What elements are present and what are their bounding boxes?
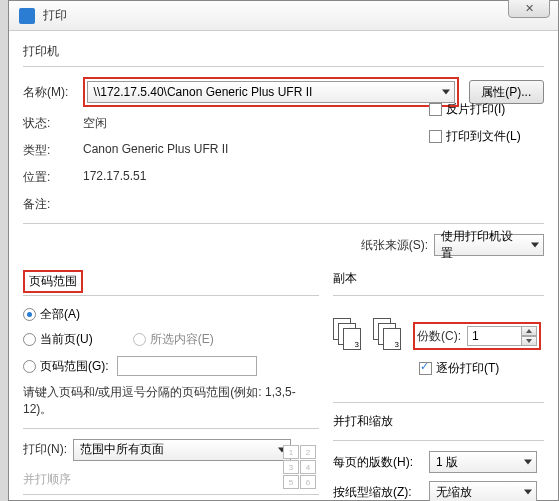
range-pages-label: 页码范围(G): — [40, 358, 109, 375]
highlight-box-range: 页码范围 — [23, 270, 83, 293]
scale-select[interactable]: 无缩放 — [429, 481, 537, 501]
collate-row[interactable]: 逐份打印(T) — [419, 360, 544, 377]
range-all-label: 全部(A) — [40, 306, 80, 323]
divider — [333, 295, 544, 296]
collate-icon: 1 2 3 — [333, 318, 363, 354]
divider — [333, 440, 544, 441]
range-all-row[interactable]: 全部(A) — [23, 306, 319, 323]
printer-section-title: 打印机 — [23, 43, 544, 60]
divider — [23, 295, 319, 296]
divider — [23, 494, 319, 495]
print-to-file-row[interactable]: 打印到文件(L) — [429, 128, 521, 145]
paper-source-label: 纸张来源(S): — [361, 237, 428, 254]
paper-source-row: 纸张来源(S): 使用打印机设置 — [23, 234, 544, 256]
chevron-down-icon — [531, 243, 539, 248]
copies-count-label: 份数(C): — [417, 328, 461, 345]
app-icon — [19, 8, 35, 24]
collate-icon: 1 2 3 — [373, 318, 403, 354]
type-value: Canon Generic Plus UFR II — [83, 142, 228, 159]
printer-name-label: 名称(M): — [23, 84, 83, 101]
chevron-down-icon — [442, 90, 450, 95]
order-thumbnail-grid: 1 2 3 4 5 6 — [283, 445, 316, 489]
thumb-cell: 4 — [300, 460, 316, 474]
right-options: 反片打印(I) 打印到文件(L) — [429, 101, 521, 155]
left-column: 页码范围 全部(A) 当前页(U) 所选内容(E) — [23, 270, 319, 501]
flip-print-row[interactable]: 反片打印(I) — [429, 101, 521, 118]
print-what-label: 打印(N): — [23, 441, 67, 458]
right-column: 副本 1 2 3 1 2 3 — [333, 270, 544, 501]
copies-title: 副本 — [333, 270, 544, 287]
range-selection-row: 所选内容(E) — [133, 331, 214, 348]
copies-spinner[interactable] — [467, 326, 537, 346]
status-label: 状态: — [23, 115, 83, 132]
range-selection-radio — [133, 333, 146, 346]
where-value: 172.17.5.51 — [83, 169, 146, 186]
window-title: 打印 — [43, 7, 548, 24]
divider — [23, 428, 319, 429]
spin-up-button[interactable] — [521, 326, 537, 336]
pages-per-label: 每页的版数(H): — [333, 454, 423, 471]
where-label: 位置: — [23, 169, 83, 186]
highlight-box-name: \\172.17.5.40\Canon Generic Plus UFR II — [83, 77, 459, 107]
pages-per-select[interactable]: 1 版 — [429, 451, 537, 473]
pages-per-value: 1 版 — [436, 454, 458, 471]
printer-name-value: \\172.17.5.40\Canon Generic Plus UFR II — [94, 85, 313, 99]
range-current-row[interactable]: 当前页(U) — [23, 331, 93, 348]
range-current-radio[interactable] — [23, 333, 36, 346]
range-hint: 请键入页码和/或用逗号分隔的页码范围(例如: 1,3,5-12)。 — [23, 384, 319, 418]
paper-source-value: 使用打印机设置 — [441, 228, 523, 262]
collate-label: 逐份打印(T) — [436, 360, 499, 377]
titlebar: 打印 ✕ — [9, 1, 558, 31]
print-what-value: 范围中所有页面 — [80, 441, 164, 458]
print-dialog: 打印 ✕ 打印机 名称(M): \\172.17.5.40\Canon Gene… — [8, 0, 559, 501]
print-to-file-label: 打印到文件(L) — [446, 128, 521, 145]
printer-section: 打印机 名称(M): \\172.17.5.40\Canon Generic P… — [23, 43, 544, 213]
range-all-radio[interactable] — [23, 308, 36, 321]
content: 打印机 名称(M): \\172.17.5.40\Canon Generic P… — [9, 31, 558, 501]
scale-value: 无缩放 — [436, 484, 472, 501]
scale-label: 按纸型缩放(Z): — [333, 484, 423, 501]
range-pages-input[interactable] — [117, 356, 257, 376]
range-pages-radio[interactable] — [23, 360, 36, 373]
thumb-cell: 2 — [300, 445, 316, 459]
thumb-cell: 6 — [300, 475, 316, 489]
range-title: 页码范围 — [29, 273, 77, 290]
chevron-down-icon — [524, 490, 532, 495]
copies-input[interactable] — [467, 326, 521, 346]
comment-label: 备注: — [23, 196, 83, 213]
thumb-cell: 3 — [283, 460, 299, 474]
order-title: 并打顺序 — [23, 471, 319, 488]
divider — [23, 223, 544, 224]
flip-print-label: 反片打印(I) — [446, 101, 505, 118]
printer-name-select[interactable]: \\172.17.5.40\Canon Generic Plus UFR II — [87, 81, 455, 103]
paper-source-select[interactable]: 使用打印机设置 — [434, 234, 544, 256]
collate-checkbox[interactable] — [419, 362, 432, 375]
divider — [333, 402, 544, 403]
scale-title: 并打和缩放 — [333, 413, 544, 430]
thumb-cell: 5 — [283, 475, 299, 489]
range-pages-row[interactable]: 页码范围(G): — [23, 356, 319, 376]
highlight-box-copies: 份数(C): — [413, 322, 541, 350]
divider — [23, 66, 544, 67]
print-to-file-checkbox[interactable] — [429, 130, 442, 143]
spin-down-button[interactable] — [521, 336, 537, 346]
close-button[interactable]: ✕ — [508, 0, 550, 18]
flip-print-checkbox[interactable] — [429, 103, 442, 116]
print-what-select[interactable]: 范围中所有页面 — [73, 439, 291, 461]
status-value: 空闲 — [83, 115, 107, 132]
range-selection-label: 所选内容(E) — [150, 331, 214, 348]
type-label: 类型: — [23, 142, 83, 159]
chevron-down-icon — [524, 460, 532, 465]
thumb-cell: 1 — [283, 445, 299, 459]
range-current-label: 当前页(U) — [40, 331, 93, 348]
